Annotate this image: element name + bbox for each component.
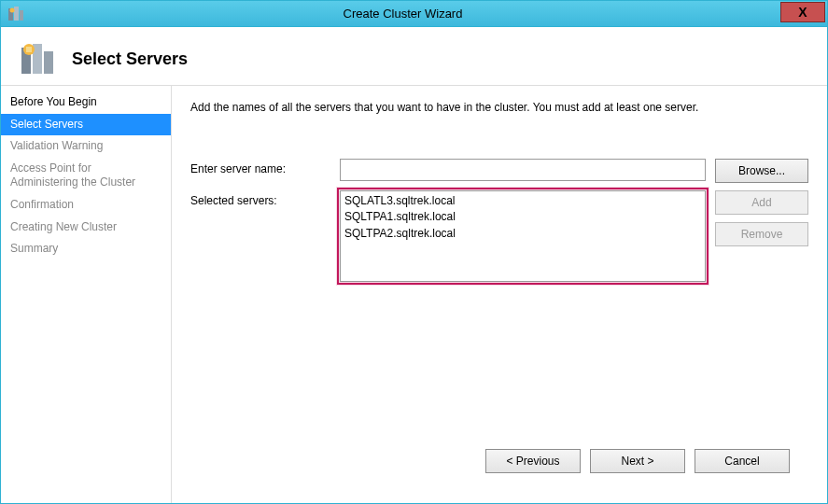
wizard-step-icon xyxy=(18,38,59,79)
server-name-input[interactable] xyxy=(340,159,706,181)
enter-server-row: Enter server name: Browse... xyxy=(190,159,808,183)
instruction-text: Add the names of all the servers that yo… xyxy=(190,101,808,114)
wizard-footer: < Previous Next > Cancel xyxy=(190,438,808,488)
remove-button: Remove xyxy=(715,222,808,246)
step-before-you-begin[interactable]: Before You Begin xyxy=(1,91,171,114)
step-confirmation[interactable]: Confirmation xyxy=(1,194,171,217)
svg-rect-2 xyxy=(20,10,23,21)
window-title: Create Cluster Wizard xyxy=(25,7,780,21)
wizard-window: Create Cluster Wizard X Select Servers B… xyxy=(0,0,828,504)
wizard-body: Before You Begin Select Servers Validati… xyxy=(1,85,827,503)
titlebar: Create Cluster Wizard X xyxy=(1,1,827,27)
next-button[interactable]: Next > xyxy=(590,449,685,473)
wizard-steps-sidebar: Before You Begin Select Servers Validati… xyxy=(1,86,172,503)
previous-button[interactable]: < Previous xyxy=(485,449,581,473)
close-icon: X xyxy=(798,5,807,20)
wizard-header: Select Servers xyxy=(1,27,827,85)
svg-point-3 xyxy=(10,7,15,12)
list-item[interactable]: SQLTPA1.sqltrek.local xyxy=(344,209,701,225)
step-summary[interactable]: Summary xyxy=(1,238,171,260)
list-item[interactable]: SQLATL3.sqltrek.local xyxy=(344,193,701,209)
step-creating-new-cluster[interactable]: Creating New Cluster xyxy=(1,217,171,239)
selected-servers-label: Selected servers: xyxy=(190,190,330,207)
selected-servers-list[interactable]: SQLATL3.sqltrek.local SQLTPA1.sqltrek.lo… xyxy=(340,190,706,282)
svg-rect-6 xyxy=(44,51,53,74)
enter-server-label: Enter server name: xyxy=(190,159,330,175)
svg-rect-8 xyxy=(26,47,32,52)
app-icon xyxy=(7,5,25,23)
wizard-content: Add the names of all the servers that yo… xyxy=(172,86,827,503)
page-title: Select Servers xyxy=(72,49,188,69)
selected-servers-row: Selected servers: SQLATL3.sqltrek.local … xyxy=(190,190,808,282)
close-button[interactable]: X xyxy=(780,2,825,22)
browse-button[interactable]: Browse... xyxy=(715,159,808,183)
add-button: Add xyxy=(715,190,808,215)
svg-rect-1 xyxy=(14,7,19,21)
cancel-button[interactable]: Cancel xyxy=(695,449,790,473)
list-item[interactable]: SQLTPA2.sqltrek.local xyxy=(344,226,701,242)
step-select-servers[interactable]: Select Servers xyxy=(1,114,171,136)
step-access-point[interactable]: Access Point for Administering the Clust… xyxy=(1,158,171,194)
step-validation-warning[interactable]: Validation Warning xyxy=(1,135,171,158)
